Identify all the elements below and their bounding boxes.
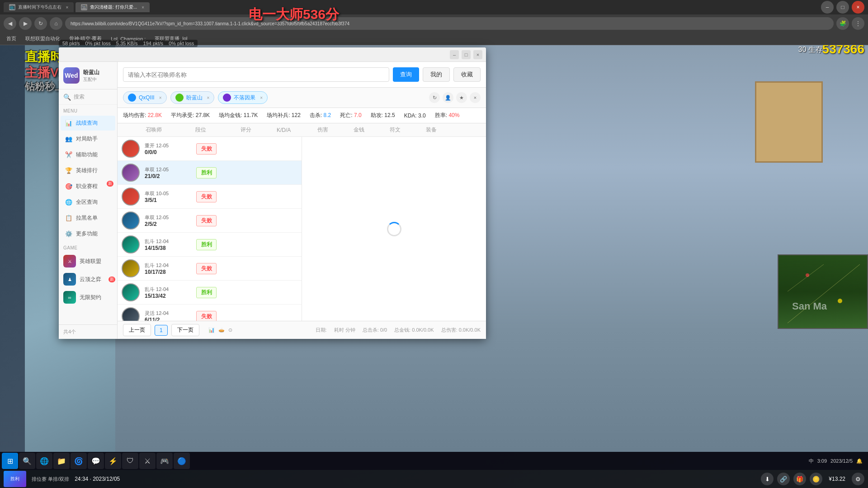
circle-icon[interactable]: ⊙ — [228, 327, 232, 333]
stream-ctrl-coin[interactable]: 🪙 — [810, 473, 822, 485]
sidebar-item-duiju[interactable]: 👥 对局助手 — [61, 131, 115, 146]
sidebar-item-label-5: 全区查询 — [76, 198, 98, 206]
sidebar-item-lahei[interactable]: 📋 拉黑名单 — [61, 211, 115, 225]
mine-button[interactable]: 我的 — [423, 67, 450, 82]
match-row-0[interactable]: 重开 12-05 0/0/0 失败 — [118, 137, 302, 161]
match-result-7: 失败 — [196, 311, 217, 321]
taskbar-unknown2[interactable]: 🛡 — [122, 453, 138, 469]
taskbar-unknown1[interactable]: ⚡ — [105, 453, 121, 469]
sidebar-game-wuxian[interactable]: ∞ 无限契约 — [59, 288, 117, 306]
extensions-button[interactable]: 🧩 — [836, 17, 849, 30]
sidebar-item-zhiye[interactable]: 🎯 职业赛程 新 — [61, 179, 115, 194]
match-row-2[interactable]: 单双 10-05 3/5/1 失败 — [118, 185, 302, 209]
prev-page-button[interactable]: 上一页 — [123, 324, 151, 336]
sidebar-item-warjing[interactable]: 📊 战绩查询 — [61, 116, 115, 131]
bookmark-home[interactable]: 首页 — [4, 34, 19, 43]
deaths-value: 7.0 — [354, 112, 362, 118]
taskbar-explorer[interactable]: 📁 — [53, 453, 70, 469]
total-kills-value: 0/0 — [380, 327, 387, 333]
sidebar-game-lol[interactable]: ⚔ 英雄联盟 — [59, 252, 117, 270]
avg-gold-value: 11.7K — [244, 112, 258, 118]
window-minimize[interactable]: – — [821, 1, 834, 14]
window-maximize[interactable]: □ — [836, 1, 849, 14]
back-button[interactable]: ◀ — [4, 17, 16, 30]
match-row-4[interactable]: 乱斗 12-04 14/15/38 胜利 — [118, 233, 302, 257]
panel-restore[interactable]: □ — [462, 50, 471, 59]
stream-ctrl-download[interactable]: ⬇ — [761, 473, 774, 485]
match-row-1[interactable]: 单双 12-05 21/0/2 胜利 — [118, 161, 302, 185]
winrate-label: 胜率: — [435, 112, 447, 118]
tab-panlanshan[interactable]: 盼蓝山 × — [170, 91, 215, 104]
query-button[interactable]: 查询 — [393, 67, 419, 82]
pie-icon[interactable]: 🥧 — [218, 327, 225, 333]
stats-row: 场均伤害: 22.8K 平均承受: 27.8K 场均金钱: 11.7K 场均补兵… — [118, 108, 486, 123]
user-tab-btn[interactable]: 👤 — [443, 92, 453, 103]
taskbar-chrome[interactable]: 🌀 — [71, 453, 87, 469]
tab-qxqiii[interactable]: QxQIII × — [123, 91, 167, 104]
tab-name-qxqiii: QxQIII — [139, 94, 155, 101]
window-close[interactable]: × — [852, 1, 864, 14]
tab-close-2[interactable]: × — [142, 5, 144, 10]
tab-name-panlanshan: 盼蓝山 — [186, 94, 203, 102]
taskbar-wechat[interactable]: 💬 — [88, 453, 104, 469]
match-row-5[interactable]: 乱斗 12-04 10/17/28 失败 — [118, 257, 302, 281]
sidebar-item-quanqu[interactable]: 🌐 全区查询 — [61, 195, 115, 210]
search-input[interactable] — [123, 67, 389, 82]
browser-chrome: 📺 直播时间下午5点左右 × 🎮 查闪清楼题: 打你只爱... × – □ × … — [0, 0, 868, 45]
sidebar-item-gengduo[interactable]: ⚙️ 更多功能 — [61, 226, 115, 241]
menu-button[interactable]: ⋮ — [852, 17, 864, 30]
start-button[interactable]: ⊞ — [2, 453, 18, 469]
panel-close[interactable]: × — [473, 50, 482, 59]
refresh-button[interactable]: ↻ — [34, 17, 47, 30]
taskbar-search[interactable]: 🔍 — [19, 453, 35, 469]
star-tab-btn[interactable]: ★ — [456, 92, 467, 103]
taskbar-app1[interactable]: 🔵 — [174, 453, 190, 469]
home-button[interactable]: ⌂ — [50, 17, 62, 30]
chart-icon[interactable]: 📊 — [208, 327, 215, 333]
content-area: 查询 我的 收藏 QxQIII × 盼蓝山 × 不落因果 — [118, 62, 486, 339]
tab-close-buluoyinguo[interactable]: × — [260, 95, 263, 100]
tab-close-panlanshan[interactable]: × — [207, 95, 210, 100]
taskbar-notification[interactable]: 🔔 — [856, 458, 863, 464]
collect-button[interactable]: 收藏 — [453, 67, 481, 82]
sidebar-game-tft[interactable]: ♟ 云顶之弈 新 — [59, 270, 117, 288]
tabs-row: QxQIII × 盼蓝山 × 不落因果 × ↻ 👤 ★ × — [118, 88, 486, 108]
sidebar-search-label[interactable]: 搜索 — [74, 93, 85, 101]
sidebar: Wed 盼蓝山 互配中 🔍 搜索 MENU 📊 战绩查询 👥 对局助手 — [59, 62, 118, 339]
tab-buluoyinguo[interactable]: 不落因果 × — [218, 91, 268, 104]
browser-tab-2[interactable]: 🎮 查闪清楼题: 打你只爱... × — [75, 2, 150, 12]
tab-close-1[interactable]: × — [66, 5, 69, 10]
match-type-5: 乱斗 12-04 — [145, 262, 193, 269]
address-bar[interactable]: https://www.bilibili.com/video/BV1QG411e… — [65, 17, 834, 30]
taskbar-ie[interactable]: 🌐 — [36, 453, 52, 469]
match-info-2: 单双 10-05 3/5/1 — [142, 190, 196, 203]
total-gold-stat: 总金钱: 0.0K/0.0K — [394, 327, 434, 333]
match-row-3[interactable]: 单双 12-05 2/5/2 失败 — [118, 209, 302, 233]
stat-loss-down: 0% pkt loss — [169, 41, 194, 46]
tft-game-icon: ♟ — [63, 273, 76, 286]
stream-ctrl-settings[interactable]: ⚙ — [852, 473, 864, 485]
sidebar-item-fuzhu[interactable]: ✂️ 辅助功能 — [61, 147, 115, 162]
tab-close-qxqiii[interactable]: × — [159, 95, 162, 100]
stream-ctrl-gift[interactable]: 🎁 — [793, 473, 806, 485]
next-page-button[interactable]: 下一页 — [171, 324, 199, 336]
match-row-6[interactable]: 乱斗 12-04 15/13/42 胜利 — [118, 281, 302, 305]
avg-gold-label: 场均金钱: — [219, 112, 242, 118]
browser-tab-1[interactable]: 📺 直播时间下午5点左右 × — [4, 2, 74, 12]
match-info-3: 单双 12-05 2/5/2 — [142, 214, 196, 227]
match-row-7[interactable]: 灵活 12-04 6/11/2 失败 — [118, 305, 302, 321]
sidebar-item-yingxiong[interactable]: 🏆 英雄排行 — [61, 163, 115, 178]
bookmark-lol-auto[interactable]: 联想联盟自动化 — [23, 34, 63, 43]
refresh-tab-btn[interactable]: ↻ — [429, 92, 440, 103]
close-tab-btn[interactable]: × — [470, 92, 481, 103]
assists-value: 12.5 — [384, 112, 395, 118]
panel-minimize[interactable]: – — [450, 50, 459, 59]
bottom-stats: 日期: 耗时 分钟 总击杀: 0/0 总金钱: 0.0K/0.0K 总伤害: 0… — [316, 327, 481, 333]
taskbar-lol[interactable]: ⚔ — [139, 453, 156, 469]
kda-value: 3.0 — [418, 113, 426, 119]
taskbar-game1[interactable]: 🎮 — [156, 453, 173, 469]
sidebar-quanqu-icon: 🌐 — [65, 199, 72, 206]
total-kills-label: 总击杀: — [363, 327, 379, 333]
stream-ctrl-share[interactable]: 🔗 — [777, 473, 790, 485]
forward-button[interactable]: ▶ — [19, 17, 32, 30]
